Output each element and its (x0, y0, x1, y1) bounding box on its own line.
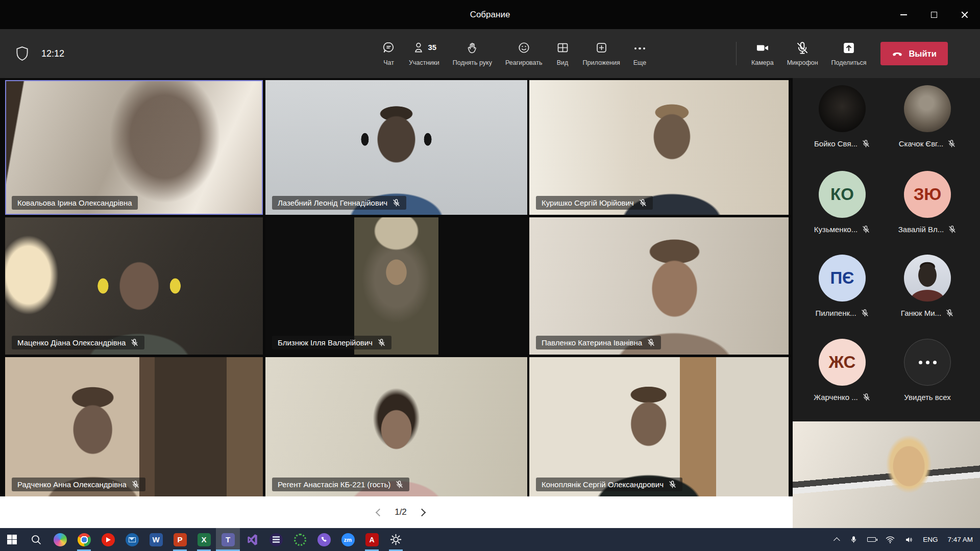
mic-button[interactable]: Микрофон (780, 41, 825, 66)
participant-name: Павленко Катерина Іванівна (542, 338, 642, 347)
taskbar-app-greenring[interactable] (288, 528, 312, 551)
participant-name: Маценко Діана Олександрівна (17, 338, 126, 347)
video-tile[interactable]: Лазебний Леонід Геннадійович (265, 80, 527, 215)
video-tile[interactable]: Радченко Анна Олександрівна (5, 357, 263, 496)
taskbar-app-zoom[interactable]: zm (336, 528, 360, 551)
sidebar-participant[interactable]: Ганюк Ми... (884, 255, 971, 317)
video-tile[interactable]: Маценко Діана Олександрівна (5, 217, 263, 355)
leave-button[interactable]: Выйти (880, 42, 948, 65)
video-tile[interactable]: Ковальова Ірина Олександрівна (5, 80, 263, 215)
participant-name: Регент Анастасія КБ-221 (гость) (278, 480, 390, 489)
participant-name: Куришко Сергій Юрійович (542, 198, 634, 207)
participant-name: Лазебний Леонід Геннадійович (278, 198, 387, 207)
chat-button[interactable]: Чат (375, 41, 402, 66)
mic-muted-icon (862, 139, 870, 148)
tray-wifi-icon[interactable] (886, 536, 895, 543)
more-button[interactable]: Еще (627, 41, 653, 66)
participant-name: Близнюк Ілля Валерійович (278, 338, 373, 347)
view-button[interactable]: Вид (549, 41, 576, 66)
video-tile[interactable]: Близнюк Ілля Валерійович (265, 217, 527, 355)
participant-name-badge: Близнюк Ілля Валерійович (272, 336, 391, 349)
taskbar-app-viber[interactable] (312, 528, 336, 551)
see-all-button[interactable]: Увидеть всех (884, 339, 971, 402)
avatar-initials: ЖС (829, 353, 856, 372)
close-button[interactable] (949, 0, 980, 29)
paint3d-icon (54, 533, 67, 546)
ellipsis-icon (904, 339, 951, 386)
sidebar-participant[interactable]: Бойко Свя... (798, 85, 886, 148)
avatar (819, 85, 866, 132)
taskbar-app-chrome[interactable] (72, 528, 96, 551)
video-tile[interactable]: Куришко Сергій Юрійович (529, 80, 789, 215)
avatar: КО (819, 171, 866, 218)
taskbar-app-excel[interactable]: X (192, 528, 216, 551)
mic-muted-icon (377, 338, 386, 347)
shield-icon (15, 46, 29, 61)
avatar: ЖС (819, 339, 866, 386)
mic-muted-icon (948, 225, 957, 234)
sidebar-participant[interactable]: ЖС Жарченко ... (798, 339, 886, 402)
taskbar-app-teams[interactable]: T (216, 528, 240, 551)
participants-icon (412, 41, 426, 55)
minimize-icon (900, 14, 907, 15)
participant-name-badge: Радченко Анна Олександрівна (12, 478, 145, 491)
taskbar-app-settings[interactable] (384, 528, 408, 551)
chat-icon (382, 41, 396, 55)
taskbar-app-powerpoint[interactable]: P (168, 528, 192, 551)
minimize-button[interactable] (888, 0, 919, 29)
previous-page-icon[interactable] (376, 508, 384, 516)
taskbar-search-button[interactable] (24, 528, 48, 551)
share-button[interactable]: Поделиться (825, 41, 873, 66)
excel-icon: X (198, 533, 211, 546)
sidebar-participant[interactable]: Скачок Євг... (884, 85, 971, 148)
tray-mic-icon[interactable] (850, 535, 857, 544)
raise-hand-button[interactable]: Поднять руку (446, 41, 499, 66)
taskbar-app-eclipse[interactable] (264, 528, 288, 551)
mic-label: Микрофон (787, 59, 818, 66)
video-tile[interactable]: Регент Анастасія КБ-221 (гость) (265, 357, 527, 496)
sidebar-participant[interactable]: ПЄ Пилипенк... (798, 255, 886, 317)
tray-language-indicator[interactable]: ENG (923, 536, 938, 543)
meeting-toolbar: 12:12 Чат 35 Участники Поднять руку Реаг… (0, 29, 980, 78)
maximize-button[interactable] (919, 0, 949, 29)
participant-name-badge: Лазебний Леонід Геннадійович (272, 196, 406, 210)
taskbar-app-word[interactable]: W (144, 528, 168, 551)
participants-count-badge: 35 (428, 41, 437, 54)
tray-volume-icon[interactable] (904, 536, 913, 544)
sidebar-participant[interactable]: ЗЮ Завалій Вл... (884, 171, 971, 234)
tray-clock[interactable]: 7:47 AM (947, 536, 973, 543)
window-titlebar: Собрание (0, 0, 980, 29)
windows-logo-icon (7, 535, 17, 545)
camera-button[interactable]: Камера (745, 41, 780, 66)
toolbar-center-group: Чат 35 Участники Поднять руку Реагироват… (375, 29, 653, 78)
react-button[interactable]: Реагировать (499, 41, 549, 66)
taskbar-app-paint3d[interactable] (48, 528, 72, 551)
participant-name-badge: Павленко Катерина Іванівна (536, 336, 661, 349)
view-icon (556, 41, 570, 55)
taskbar-app-visual-studio[interactable] (240, 528, 264, 551)
participant-name: Радченко Анна Олександрівна (17, 480, 127, 489)
chat-label: Чат (383, 59, 394, 66)
mic-muted-icon (862, 225, 870, 234)
sidebar-participant[interactable]: КО Кузьменко... (798, 171, 886, 234)
chrome-icon (78, 533, 91, 546)
tray-expand-button[interactable] (836, 537, 840, 542)
start-button[interactable] (0, 528, 24, 551)
tray-battery-icon[interactable] (867, 537, 876, 542)
window-title: Собрание (0, 0, 980, 29)
participants-button[interactable]: 35 Участники (402, 41, 446, 66)
youtube-icon (102, 533, 115, 546)
avatar (904, 255, 951, 302)
taskbar-app-youtube[interactable] (96, 528, 120, 551)
hangup-icon (891, 47, 903, 60)
word-icon: W (150, 533, 163, 546)
taskbar-app-mail[interactable] (120, 528, 144, 551)
next-page-icon[interactable] (418, 508, 426, 516)
pagination-band: 1/2 (0, 496, 793, 528)
video-tile[interactable]: Павленко Катерина Іванівна (529, 217, 789, 355)
taskbar-app-acrobat[interactable]: A (360, 528, 384, 551)
video-tile[interactable]: Коноплянік Сергій Олександрович (529, 357, 789, 496)
self-video-preview[interactable] (793, 421, 980, 528)
apps-button[interactable]: Приложения (576, 41, 627, 66)
mic-muted-icon (947, 139, 956, 148)
